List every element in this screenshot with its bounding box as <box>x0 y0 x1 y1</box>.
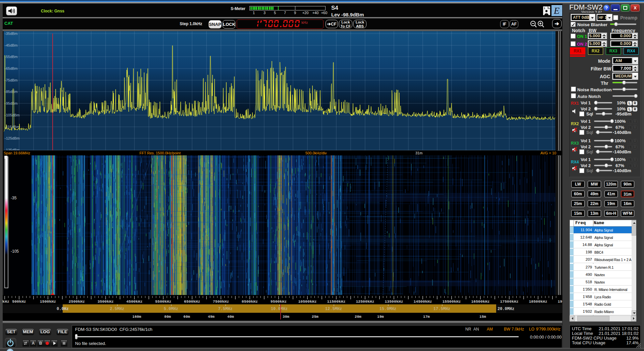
svg-text:-75dBm: -75dBm <box>5 78 18 82</box>
svg-text:2.5MHz: 2.5MHz <box>110 307 124 311</box>
svg-text:16500kHz: 16500kHz <box>471 299 489 304</box>
svg-text:8500kHz: 8500kHz <box>242 299 258 304</box>
svg-text:-55dBm: -55dBm <box>5 55 18 59</box>
svg-text:19500kHz: 19500kHz <box>558 299 562 304</box>
svg-text:kHz: kHz <box>301 20 308 24</box>
svg-text:13500kHz: 13500kHz <box>385 299 403 304</box>
svg-text:18500kHz: 18500kHz <box>529 299 547 304</box>
svg-text:17m: 17m <box>423 315 430 319</box>
svg-text:40m: 40m <box>227 315 234 319</box>
svg-text:160m: 160m <box>132 315 141 319</box>
svg-text:1500kHz: 1500kHz <box>40 299 56 304</box>
svg-text:20m: 20m <box>355 315 361 319</box>
svg-text:-125dBm: -125dBm <box>5 136 20 140</box>
svg-text:5.0MHz: 5.0MHz <box>164 307 178 311</box>
svg-text:20.0MHz: 20.0MHz <box>497 307 514 311</box>
svg-text:4500kHz: 4500kHz <box>126 299 142 304</box>
svg-text:25m: 25m <box>312 315 318 319</box>
svg-text:-65dBm: -65dBm <box>5 66 18 70</box>
svg-text:500kHz: 500kHz <box>12 299 26 304</box>
svg-text:17.5MHz: 17.5MHz <box>433 307 450 311</box>
svg-text:11500kHz: 11500kHz <box>327 299 345 304</box>
svg-text:10500kHz: 10500kHz <box>298 299 316 304</box>
svg-text:0kHz: 0kHz <box>3 299 9 304</box>
svg-text:1: 1 <box>544 7 545 10</box>
svg-text:0.0Hz: 0.0Hz <box>57 307 69 311</box>
svg-text:E: E <box>553 5 560 16</box>
svg-text:-105: -105 <box>11 249 19 254</box>
svg-text:-135dBm: -135dBm <box>5 148 20 150</box>
svg-text:12500kHz: 12500kHz <box>356 299 374 304</box>
svg-text:17500kHz: 17500kHz <box>500 299 518 304</box>
svg-text:80m: 80m <box>164 315 171 319</box>
svg-text:12.5MHz: 12.5MHz <box>325 307 342 311</box>
svg-text:9500kHz: 9500kHz <box>271 299 287 304</box>
svg-text:-95dBm: -95dBm <box>5 101 18 105</box>
svg-text:7.5MHz: 7.5MHz <box>218 307 232 311</box>
svg-text:6500kHz: 6500kHz <box>184 299 200 304</box>
svg-text:2500kHz: 2500kHz <box>69 299 85 304</box>
svg-text:7500kHz: 7500kHz <box>213 299 229 304</box>
svg-text:-85dBm: -85dBm <box>5 90 18 94</box>
svg-text:15m: 15m <box>479 315 486 319</box>
svg-text:10.0MHz: 10.0MHz <box>271 307 288 311</box>
svg-text:30m: 30m <box>283 315 289 319</box>
svg-text:15.0MHz: 15.0MHz <box>379 307 396 311</box>
svg-text:60m: 60m <box>183 315 190 319</box>
svg-text:-105dBm: -105dBm <box>5 113 20 117</box>
svg-text:49m: 49m <box>208 315 215 319</box>
svg-text:15500kHz: 15500kHz <box>442 299 461 304</box>
svg-text:19m: 19m <box>377 315 384 319</box>
svg-text:14500kHz: 14500kHz <box>413 299 432 304</box>
svg-text:-45dBm: -45dBm <box>5 43 18 47</box>
svg-text:3500kHz: 3500kHz <box>98 299 114 304</box>
svg-text:-35: -35 <box>11 196 17 200</box>
svg-text:5500kHz: 5500kHz <box>155 299 171 304</box>
svg-text:-35dBm: -35dBm <box>5 32 18 36</box>
